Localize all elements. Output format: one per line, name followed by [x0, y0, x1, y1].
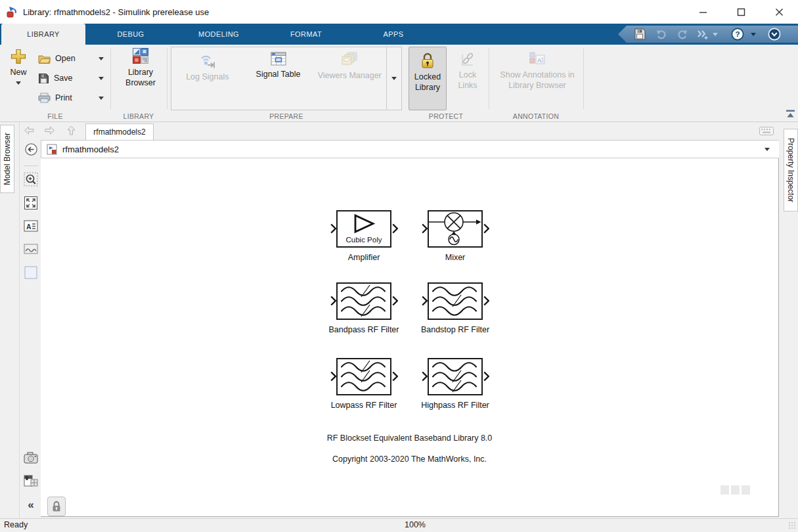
library-title-text: RF Blockset Equivalent Baseband Library …: [41, 433, 778, 443]
keyboard-icon[interactable]: [759, 127, 774, 135]
svg-text:A: A: [537, 57, 542, 64]
annotation-tool-button[interactable]: A: [24, 219, 38, 233]
signal-table-icon: [271, 52, 286, 66]
redo-icon[interactable]: [676, 29, 688, 39]
library-browser-button[interactable]: Library Browser: [117, 48, 164, 88]
save-floppy-icon: [38, 73, 49, 84]
undo-icon[interactable]: [656, 29, 667, 39]
help-icon[interactable]: ?: [731, 28, 744, 41]
block-amplifier[interactable]: Cubic Poly Amplifier: [318, 210, 410, 262]
locked-library-label: Locked Library: [410, 72, 445, 93]
library-canvas[interactable]: Cubic Poly Amplifier: [41, 158, 779, 517]
area-box-button[interactable]: [24, 265, 38, 280]
bandstop-symbol-icon: [429, 284, 481, 319]
screenshot-button[interactable]: [24, 451, 38, 465]
collapse-chevrons-icon: «: [28, 499, 33, 510]
viewers-manager-label: Viewers Manager: [318, 71, 382, 81]
resize-grip-icon: [789, 522, 796, 529]
compare-dropdown-caret[interactable]: [713, 33, 718, 36]
simulink-logo-icon: [6, 6, 18, 18]
property-inspector-tab-label: Property Inspector: [786, 138, 795, 202]
block-caption: Bandstop RF Filter: [409, 325, 501, 334]
maximize-button[interactable]: [722, 0, 760, 24]
input-port-icon: [330, 223, 336, 234]
zoom-ghost-widget: [720, 485, 750, 495]
property-inspector-tab[interactable]: Property Inspector: [784, 129, 798, 211]
amplifier-block-body[interactable]: Cubic Poly: [336, 210, 391, 248]
prepare-section-label: PREPARE: [171, 112, 402, 120]
bandpass-block-body[interactable]: [336, 282, 391, 320]
ribbon-divider: [167, 49, 167, 109]
breadcrumb-back-icon[interactable]: [25, 143, 37, 156]
breadcrumb-label: rfmathmodels2: [62, 144, 119, 154]
zoom-level: 100%: [394, 520, 436, 529]
library-browser-label: Library Browser: [121, 68, 160, 88]
block-highpass-filter[interactable]: Highpass RF Filter: [409, 358, 501, 410]
model-browser-tab[interactable]: Model Browser: [0, 125, 14, 193]
library-panel-button[interactable]: [24, 474, 38, 488]
new-button[interactable]: New: [4, 48, 33, 85]
lowpass-block-body[interactable]: [336, 358, 391, 395]
quick-access-toolbar: ?: [618, 26, 798, 43]
highpass-symbol-icon: [429, 359, 481, 394]
window-title: Library: rfmathmodels2 - Simulink prerel…: [23, 7, 209, 17]
output-port-icon: [483, 296, 489, 306]
tab-modeling[interactable]: MODELING: [176, 24, 261, 45]
breadcrumb-bar[interactable]: rfmathmodels2: [41, 140, 779, 158]
image-tool-button[interactable]: [24, 242, 38, 256]
ribbon: New Open Save: [0, 45, 798, 122]
collapse-ribbon-button[interactable]: [785, 109, 796, 122]
new-dropdown-caret[interactable]: [16, 81, 21, 85]
breadcrumb-dropdown-caret[interactable]: [765, 148, 770, 151]
viewers-manager-button: Viewers Manager: [313, 47, 386, 110]
compare-icon[interactable]: [697, 29, 709, 40]
block-bandpass-filter[interactable]: Bandpass RF Filter: [318, 282, 410, 334]
fit-to-view-button[interactable]: [24, 196, 38, 210]
output-port-icon: [392, 296, 398, 306]
bandstop-block-body[interactable]: [428, 282, 483, 320]
show-annotations-label: Show Annotations in Library Browser: [495, 70, 579, 91]
save-button[interactable]: Save: [38, 68, 105, 88]
output-port-icon: [392, 223, 398, 234]
status-bar: Ready 100%: [0, 518, 798, 532]
collapse-palette-button[interactable]: «: [24, 497, 38, 512]
prepare-gallery-caret[interactable]: [386, 47, 401, 110]
tab-debug[interactable]: DEBUG: [85, 24, 176, 45]
lock-badge-icon: [51, 500, 62, 512]
block-lowpass-filter[interactable]: Lowpass RF Filter: [318, 358, 410, 410]
close-button[interactable]: [760, 0, 798, 24]
tab-format[interactable]: FORMAT: [261, 24, 351, 45]
minimize-button[interactable]: [684, 0, 722, 24]
print-label: Print: [55, 93, 72, 102]
document-tab[interactable]: rfmathmodels2: [85, 123, 154, 140]
save-icon[interactable]: [634, 28, 646, 40]
log-signals-icon: [199, 52, 216, 69]
up-icon: [67, 125, 76, 135]
open-button[interactable]: Open: [38, 49, 105, 68]
highpass-block-body[interactable]: [428, 358, 483, 395]
input-port-icon: [330, 296, 336, 306]
block-bandstop-filter[interactable]: Bandstop RF Filter: [409, 282, 501, 334]
image-icon: [24, 242, 38, 256]
print-button[interactable]: Print: [38, 88, 105, 108]
help-dropdown-caret[interactable]: [751, 33, 756, 36]
locked-library-toggle[interactable]: Locked Library: [409, 47, 447, 110]
lock-links-label: Lock Links: [454, 70, 481, 91]
zoom-region-button[interactable]: [24, 172, 38, 187]
simulink-library-window: Library: rfmathmodels2 - Simulink prerel…: [0, 0, 798, 532]
locked-library-badge[interactable]: [47, 497, 66, 516]
block-mixer[interactable]: Mixer: [409, 210, 501, 262]
open-folder-icon: [38, 54, 51, 64]
save-dropdown-caret[interactable]: [99, 77, 104, 80]
print-dropdown-caret[interactable]: [99, 97, 104, 100]
forward-icon: [45, 126, 55, 135]
back-icon: [24, 126, 34, 135]
tab-library[interactable]: LIBRARY: [1, 24, 85, 45]
open-dropdown-caret[interactable]: [99, 57, 104, 60]
tab-apps[interactable]: APPS: [351, 24, 436, 45]
mixer-block-body[interactable]: [428, 210, 483, 248]
ribbon-divider: [489, 49, 489, 109]
signal-table-button[interactable]: Signal Table: [244, 47, 313, 110]
library-file-icon: [47, 144, 58, 155]
ribbon-options-icon[interactable]: [768, 28, 781, 41]
